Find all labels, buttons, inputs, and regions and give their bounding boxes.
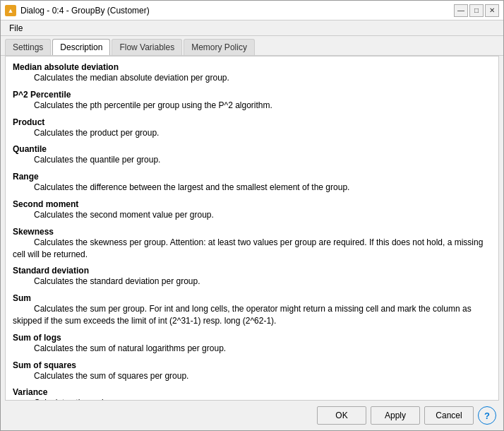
minimize-button[interactable]: — — [454, 4, 468, 17]
close-button[interactable]: ✕ — [485, 4, 499, 17]
entry-title-9: Sum of logs — [13, 333, 491, 343]
ok-button[interactable]: OK — [317, 406, 366, 425]
entry-desc-3: Calculates the quantile per group. — [13, 155, 160, 165]
tab-flow-variables[interactable]: Flow Variables — [112, 39, 182, 55]
tab-settings[interactable]: Settings — [5, 39, 51, 55]
entry-desc-5: Calculates the second moment value per g… — [13, 210, 214, 220]
entry-desc-11: Calculates the variance per group. — [13, 398, 163, 400]
tabs-container: Settings Description Flow Variables Memo… — [1, 36, 503, 56]
entry-9: Sum of logsCalculates the sum of natural… — [13, 333, 491, 355]
entry-desc-7: Calculates the standard deviation per gr… — [13, 276, 200, 286]
entry-title-0: Median absolute deviation — [13, 62, 491, 72]
entry-3: QuantileCalculates the quantile per grou… — [13, 144, 491, 166]
app-icon: ▲ — [5, 5, 16, 16]
title-bar: ▲ Dialog - 0:4 - GroupBy (Customer) — □ … — [1, 1, 503, 20]
entry-title-10: Sum of squares — [13, 360, 491, 370]
entry-2: ProductCalculates the product per group. — [13, 117, 491, 139]
main-window: ▲ Dialog - 0:4 - GroupBy (Customer) — □ … — [0, 0, 504, 431]
entry-title-7: Standard deviation — [13, 266, 491, 276]
entry-title-11: Variance — [13, 387, 491, 397]
help-button[interactable]: ? — [478, 406, 496, 425]
entry-title-5: Second moment — [13, 199, 491, 209]
entry-title-2: Product — [13, 117, 491, 127]
menu-file[interactable]: File — [5, 22, 27, 35]
entry-desc-8: Calculates the sum per group. For int an… — [13, 304, 472, 326]
entry-title-6: Skewness — [13, 227, 491, 237]
description-scroll[interactable]: Median absolute deviationCalculates the … — [6, 57, 498, 400]
entry-desc-10: Calculates the sum of squares per group. — [13, 371, 188, 381]
entry-10: Sum of squaresCalculates the sum of squa… — [13, 360, 491, 382]
entry-11: VarianceCalculates the variance per grou… — [13, 387, 491, 400]
entry-title-8: Sum — [13, 293, 491, 303]
entry-desc-2: Calculates the product per group. — [13, 128, 159, 138]
title-bar-left: ▲ Dialog - 0:4 - GroupBy (Customer) — [5, 5, 150, 16]
entry-8: SumCalculates the sum per group. For int… — [13, 293, 491, 327]
entry-6: SkewnessCalculates the skewness per grou… — [13, 227, 491, 261]
title-controls: — □ ✕ — [454, 4, 499, 17]
entry-1: P^2 PercentileCalculates the pth percent… — [13, 90, 491, 112]
cancel-button[interactable]: Cancel — [424, 406, 474, 425]
content-area: Median absolute deviationCalculates the … — [5, 56, 499, 401]
entry-desc-0: Calculates the median absolute deviation… — [13, 73, 229, 83]
entry-4: RangeCalculates the difference between t… — [13, 172, 491, 194]
entry-desc-4: Calculates the difference between the la… — [13, 182, 349, 192]
entry-title-3: Quantile — [13, 144, 491, 154]
apply-button[interactable]: Apply — [371, 406, 420, 425]
tab-memory-policy[interactable]: Memory Policy — [184, 39, 255, 55]
maximize-button[interactable]: □ — [469, 4, 484, 17]
window-title: Dialog - 0:4 - GroupBy (Customer) — [20, 6, 150, 16]
entry-desc-9: Calculates the sum of natural logarithms… — [13, 343, 226, 353]
entry-desc-1: Calculates the pth percentile per group … — [13, 100, 272, 110]
entry-5: Second momentCalculates the second momen… — [13, 199, 491, 221]
entry-title-1: P^2 Percentile — [13, 90, 491, 100]
entry-0: Median absolute deviationCalculates the … — [13, 62, 491, 84]
menu-bar: File — [1, 20, 503, 36]
entry-7: Standard deviationCalculates the standar… — [13, 266, 491, 288]
tab-description[interactable]: Description — [52, 39, 110, 55]
entry-desc-6: Calculates the skewness per group. Atten… — [13, 237, 483, 259]
entry-title-4: Range — [13, 172, 491, 182]
footer: OK Apply Cancel ? — [1, 401, 503, 430]
